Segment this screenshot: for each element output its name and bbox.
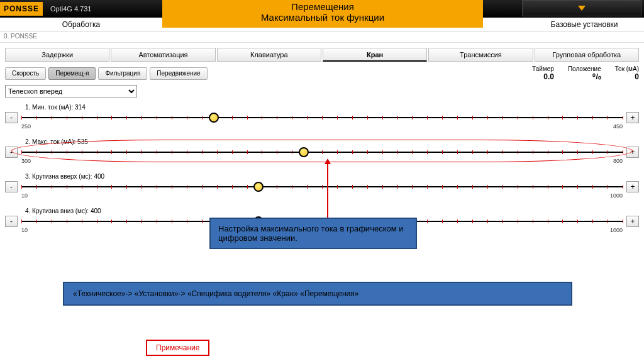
subtab-movements[interactable]: Перемещ-я bbox=[48, 67, 96, 80]
minus-button[interactable]: - bbox=[5, 147, 18, 158]
minus-button[interactable]: - bbox=[5, 112, 18, 123]
title-banner: Перемещения Максимальный ток функции bbox=[162, 0, 483, 28]
slider-thumb[interactable] bbox=[299, 147, 309, 157]
range-min: 300 bbox=[21, 158, 31, 164]
slider-label: 4. Крутизна вниз (мс): 400 bbox=[25, 208, 639, 214]
tab-crane[interactable]: Кран bbox=[323, 48, 427, 62]
slider-track[interactable] bbox=[21, 182, 623, 192]
top-right-dropdown[interactable] bbox=[522, 0, 641, 16]
subtab-filtering[interactable]: Фильтрация bbox=[98, 67, 147, 80]
ponsse-logo: PONSSE bbox=[0, 2, 43, 16]
subbar-left-label[interactable]: Обработка bbox=[0, 20, 162, 29]
current-value: 0 bbox=[635, 72, 639, 81]
slider-block-3: 3. Крутизна вверх (мс): 400-+101000 bbox=[5, 173, 639, 199]
slider-block-2: 2. Макс. ток (мА): 535-+300800 bbox=[5, 138, 639, 164]
tab-automation[interactable]: Автоматизация bbox=[111, 48, 215, 62]
plus-button[interactable]: + bbox=[626, 147, 639, 158]
tab-transmission[interactable]: Трансмиссия bbox=[428, 48, 533, 62]
slider-label: 2. Макс. ток (мА): 535 bbox=[25, 138, 639, 145]
current-label: Ток (мА) bbox=[615, 65, 639, 72]
callout-arrow bbox=[327, 162, 328, 218]
slider-thumb[interactable] bbox=[209, 113, 219, 123]
subbar-right-label[interactable]: Базовые установки bbox=[525, 20, 644, 29]
plus-button[interactable]: + bbox=[626, 181, 639, 192]
callout-path-text: «Техническое»-> «Установки»-> «Специфика… bbox=[73, 289, 358, 298]
subtabs-row: Скорость Перемещ-я Фильтрация Передвижен… bbox=[5, 65, 639, 81]
subtab-driving[interactable]: Передвижение bbox=[150, 67, 207, 80]
title-line-2: Максимальный ток функции bbox=[162, 12, 483, 23]
tabs-row: Задержки Автоматизация Клавиатура Кран Т… bbox=[5, 48, 639, 62]
plus-button[interactable]: + bbox=[626, 216, 639, 227]
callout-main-text: Настройка максимального тока в графическ… bbox=[218, 224, 404, 243]
slider-track[interactable] bbox=[21, 113, 623, 123]
callout-note: Примечание bbox=[146, 340, 209, 356]
range-min: 10 bbox=[21, 192, 28, 199]
slider-track[interactable] bbox=[21, 147, 623, 157]
range-max: 1000 bbox=[610, 227, 623, 233]
slider-thumb[interactable] bbox=[253, 182, 264, 192]
function-dropdown[interactable]: Телескоп вперед bbox=[5, 85, 137, 97]
subtab-speed[interactable]: Скорость bbox=[5, 67, 46, 80]
slider-label: 1. Мин. ток (мА): 314 bbox=[25, 104, 639, 111]
version-label: Opti4G 4.731 bbox=[50, 5, 91, 13]
slider-label: 3. Крутизна вверх (мс): 400 bbox=[25, 173, 639, 180]
callout-path: «Техническое»-> «Установки»-> «Специфика… bbox=[63, 282, 572, 306]
timer-value: 0.0 bbox=[543, 72, 554, 81]
range-max: 800 bbox=[613, 158, 623, 164]
range-max: 1000 bbox=[610, 192, 623, 199]
callout-main: Настройка максимального тока в графическ… bbox=[209, 218, 417, 249]
position-value: ⁰/₀ bbox=[592, 72, 601, 81]
title-line-1: Перемещения bbox=[162, 1, 483, 12]
tab-group-processing[interactable]: Групповая обработка bbox=[535, 48, 639, 62]
arrowhead-icon bbox=[325, 158, 331, 164]
readouts: Таймер0.0 Положение⁰/₀ Ток (мА)0 bbox=[532, 65, 639, 81]
minus-button[interactable]: - bbox=[5, 216, 18, 227]
tab-keyboard[interactable]: Клавиатура bbox=[217, 48, 321, 62]
position-label: Положение bbox=[568, 65, 601, 72]
range-min: 250 bbox=[21, 123, 31, 130]
breadcrumb: 0. PONSSE bbox=[0, 31, 644, 43]
callout-note-text: Примечание bbox=[156, 343, 199, 352]
plus-button[interactable]: + bbox=[626, 112, 639, 123]
timer-label: Таймер bbox=[532, 65, 554, 72]
slider-block-1: 1. Мин. ток (мА): 314-+250450 bbox=[5, 104, 639, 130]
tab-delays[interactable]: Задержки bbox=[5, 48, 109, 62]
minus-button[interactable]: - bbox=[5, 181, 18, 192]
range-max: 450 bbox=[613, 123, 623, 130]
chevron-down-icon bbox=[578, 6, 586, 11]
range-min: 10 bbox=[21, 227, 28, 233]
